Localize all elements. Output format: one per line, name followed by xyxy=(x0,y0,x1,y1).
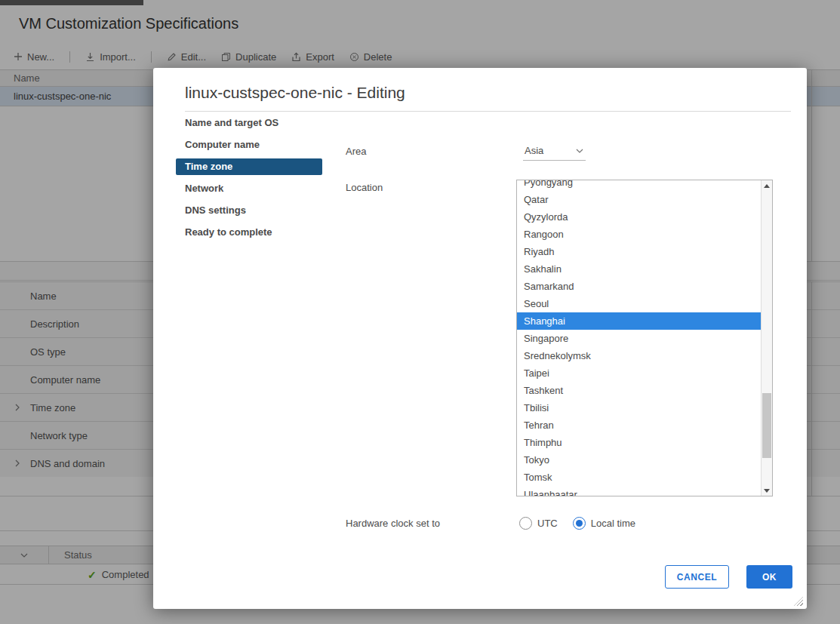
location-option[interactable]: Sakhalin xyxy=(517,260,761,278)
dialog-title-divider xyxy=(185,111,791,112)
resize-grip[interactable] xyxy=(794,597,803,606)
location-option[interactable]: Tashkent xyxy=(517,382,761,399)
location-list: Pyongyang Qatar Qyzylorda Rangoon Riyadh… xyxy=(517,180,761,496)
step-ready-to-complete[interactable]: Ready to complete xyxy=(176,224,322,241)
cancel-button[interactable]: CANCEL xyxy=(665,565,729,589)
location-option[interactable]: Pyongyang xyxy=(517,180,761,191)
location-option[interactable]: Tehran xyxy=(517,417,761,434)
scroll-up-icon xyxy=(764,184,770,188)
location-option[interactable]: Tbilisi xyxy=(517,399,761,417)
step-network[interactable]: Network xyxy=(176,180,322,197)
edit-dialog: linux-custspec-one-nic - Editing Name an… xyxy=(153,68,807,609)
location-label: Location xyxy=(346,182,383,193)
step-label: DNS settings xyxy=(185,204,246,216)
step-label: Time zone xyxy=(185,161,232,172)
step-label: Computer name xyxy=(185,139,260,150)
scrollbar[interactable] xyxy=(761,180,772,496)
location-option[interactable]: Tomsk xyxy=(517,469,761,486)
scrollbar-thumb[interactable] xyxy=(762,393,771,458)
location-option[interactable]: Qyzylorda xyxy=(517,208,761,226)
location-option[interactable]: Riyadh xyxy=(517,243,761,260)
wizard-steps: Name and target OS Computer name Time zo… xyxy=(176,115,322,246)
step-dns-settings[interactable]: DNS settings xyxy=(176,202,322,219)
location-option[interactable]: Srednekolymsk xyxy=(517,347,761,364)
location-option[interactable]: Qatar xyxy=(517,191,761,208)
location-option[interactable]: Ulaanbaatar xyxy=(517,486,761,496)
chevron-down-icon xyxy=(576,149,583,153)
radio-local-time-label[interactable]: Local time xyxy=(591,518,635,529)
radio-utc-label[interactable]: UTC xyxy=(537,518,558,529)
hardware-clock-radio-group: UTC Local time xyxy=(519,517,635,530)
radio-local-time[interactable] xyxy=(573,517,586,530)
step-name-and-target-os[interactable]: Name and target OS xyxy=(176,115,322,131)
scroll-up-button[interactable] xyxy=(762,180,772,191)
location-option[interactable]: Tokyo xyxy=(517,451,761,469)
location-option[interactable]: Thimphu xyxy=(517,434,761,451)
step-label: Name and target OS xyxy=(185,117,278,128)
area-label: Area xyxy=(346,146,366,157)
scroll-down-button[interactable] xyxy=(762,485,772,496)
ok-button[interactable]: OK xyxy=(746,565,792,589)
area-select-value: Asia xyxy=(525,145,543,156)
area-select[interactable]: Asia xyxy=(523,143,586,161)
location-option-selected[interactable]: Shanghai xyxy=(517,312,761,330)
step-label: Ready to complete xyxy=(185,226,272,238)
location-option[interactable]: Seoul xyxy=(517,295,761,312)
radio-utc[interactable] xyxy=(519,517,532,530)
step-computer-name[interactable]: Computer name xyxy=(176,137,322,153)
scroll-down-icon xyxy=(764,489,770,493)
step-time-zone[interactable]: Time zone xyxy=(176,158,322,175)
screen: VM Customization Specifications New... I… xyxy=(0,0,840,624)
hardware-clock-label: Hardware clock set to xyxy=(346,518,440,529)
location-option[interactable]: Taipei xyxy=(517,364,761,382)
location-option[interactable]: Samarkand xyxy=(517,278,761,295)
location-option[interactable]: Singapore xyxy=(517,330,761,347)
dialog-title: linux-custspec-one-nic - Editing xyxy=(185,84,405,102)
location-option[interactable]: Rangoon xyxy=(517,226,761,243)
step-label: Network xyxy=(185,183,223,194)
location-listbox[interactable]: Pyongyang Qatar Qyzylorda Rangoon Riyadh… xyxy=(516,180,773,496)
